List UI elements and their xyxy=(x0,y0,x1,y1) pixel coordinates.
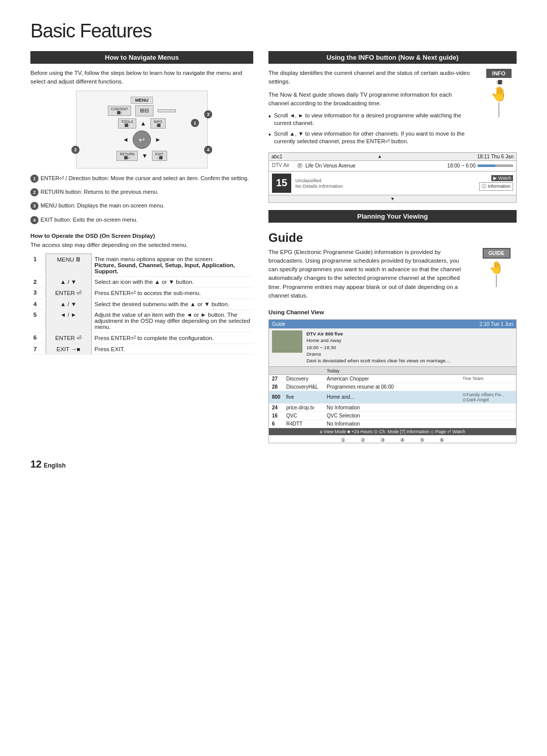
exit-btn: EXIT→⬛ xyxy=(152,151,167,161)
down-arrow: ▼ xyxy=(142,152,148,159)
cv-name-qvc: QVC xyxy=(286,413,327,418)
guide-intro-text: The EPG (Electronic Programme Guide) inf… xyxy=(268,248,468,305)
cv-cols-today: Today xyxy=(327,368,513,373)
osd-heading: How to Operate the OSD (On Screen Displa… xyxy=(30,233,253,239)
cv-prog-800: Home and... xyxy=(327,394,462,400)
cv-name-discoveryhfl: DiscoveryH&L xyxy=(286,384,327,390)
dtv-prog-name: Life On Venus Avenue xyxy=(305,163,356,169)
cv-ch-16: 16 xyxy=(272,413,286,418)
cv-name-discovery: Discovery xyxy=(286,376,327,382)
osd-key-2: ▲ / ▼ xyxy=(46,276,91,287)
info-text-block: The display identifies the current chann… xyxy=(268,69,473,148)
osd-row-3: 3 ENTER ⏎ Press ENTER⏎ to access the sub… xyxy=(30,287,253,299)
osd-num-6: 6 xyxy=(30,332,46,344)
annot-3: 3 xyxy=(204,110,212,118)
cv-data-row-4: 24 price-drop.tv No Information xyxy=(269,404,516,412)
page-number: 12 xyxy=(30,458,42,470)
info-bullets: • Scroll ◄, ► to view information for a … xyxy=(268,112,473,146)
page-footer: 12 English xyxy=(30,458,517,470)
mini-guide-detail-row: 15 Unclassified No Details Information ▶… xyxy=(269,172,516,195)
page-title: Basic Features xyxy=(30,20,517,42)
channel-view-heading: Using Channel View xyxy=(268,309,517,315)
guide-section: Guide The EPG (Electronic Programme Guid… xyxy=(268,231,517,443)
cv-data-row-3: 800 five Home and... ⊙Family Affairs Fiv… xyxy=(269,391,516,404)
cv-prog-24: No Information xyxy=(327,405,462,410)
guide-content-row: The EPG (Electronic Programme Guide) inf… xyxy=(268,248,517,305)
cv-bottom-1: ① xyxy=(341,437,345,443)
planning-section: Planning Your Viewing xyxy=(268,210,517,223)
cv-preview-genre: Drama xyxy=(306,351,451,357)
cv-bottom-3: ③ xyxy=(380,437,385,443)
osd-num-4: 4 xyxy=(30,299,46,309)
enter-btn-diagram: ↩ xyxy=(133,131,151,149)
osd-desc-1: The main menu options appear on the scre… xyxy=(91,254,253,277)
annotations-list: 1 ENTER⏎ / Direction button: Move the cu… xyxy=(30,175,253,228)
info-bullet-2: Scroll ▲, ▼ to view information for othe… xyxy=(274,130,473,146)
osd-row-2: 2 ▲ / ▼ Select an icon with the ▲ or ▼ b… xyxy=(30,276,253,287)
osd-num-2: 2 xyxy=(30,276,46,287)
annot-4-circle: 4 xyxy=(30,216,38,224)
mini-guide-triangle: ▲ xyxy=(377,154,382,159)
osd-key-4: ▲ / ▼ xyxy=(46,299,91,309)
cv-preview-info: DTV Air 800 five Home and Away 18:00 ~ 1… xyxy=(306,330,451,364)
info-section-header: Using the INFO button (Now & Next guide) xyxy=(268,51,517,64)
guide-btn-box: GUIDE xyxy=(483,248,511,259)
info-btn-box: INFO xyxy=(486,69,512,78)
osd-row-6: 6 ENTER ⏎ Press ENTER⏎ to complete the c… xyxy=(30,332,253,344)
osd-desc-6: Press ENTER⏎ to complete the configurati… xyxy=(91,332,253,344)
cv-cols-header: Today xyxy=(269,367,516,375)
cv-name-r4dtt: R4DTT xyxy=(286,421,327,427)
right-column: Using the INFO button (Now & Next guide)… xyxy=(268,51,517,443)
content-btn: CONTENT⬛↑ xyxy=(108,106,131,116)
guide-hand-icon: 🤚 xyxy=(489,261,504,275)
cv-ch-27: 27 xyxy=(272,376,286,382)
info-remote-subtext: ↑⬛ xyxy=(495,80,502,85)
ch-detail-1: Unclassified xyxy=(295,178,475,183)
nav-section-header: How to Navigate Menus xyxy=(30,51,253,64)
info-btn-diagram: INFO↑⬛ xyxy=(150,118,166,129)
info-content-row: The display identifies the current chann… xyxy=(268,69,517,148)
osd-key-1: MENU Ⅲ xyxy=(46,254,91,277)
osd-table: 1 MENU Ⅲ The main menu options appear on… xyxy=(30,254,253,355)
cv-ch-28: 28 xyxy=(272,384,286,390)
information-button[interactable]: ⓘ Information xyxy=(479,182,513,191)
annot-2-circle: 2 xyxy=(30,188,38,196)
osd-key-7: EXIT →■ xyxy=(46,344,91,354)
info-hand-icon: 🤚 xyxy=(490,86,508,102)
watch-button[interactable]: ▶ Watch xyxy=(491,175,513,181)
osd-key-6: ENTER ⏎ xyxy=(46,332,91,344)
osd-key-3: ENTER ⏎ xyxy=(46,287,91,299)
osd-row-5: 5 ◄ / ► Adjust the value of an item with… xyxy=(30,309,253,332)
cv-data-row-6: 6 R4DTT No Information xyxy=(269,420,516,428)
menu-btn-label: MENU xyxy=(131,97,153,104)
mini-guide-dtv-ch: DTV Air xyxy=(269,161,294,171)
osd-key-5: ◄ / ► xyxy=(46,309,91,332)
cv-header: Guide 2:10 Tue 1 Jun xyxy=(269,320,516,328)
info-connector-line xyxy=(498,102,499,117)
cv-ch-800: 800 xyxy=(272,394,286,400)
info-remote-image: INFO ↑⬛ 🤚 xyxy=(481,69,517,148)
cv-prog-27: American Chopper xyxy=(327,376,462,382)
annot-2: 2 xyxy=(71,146,80,154)
osd-intro: The access step may differ depending on … xyxy=(30,241,253,249)
cv-name-five: five xyxy=(286,394,327,400)
annot-3-circle: 3 xyxy=(30,202,38,210)
bullet-2-dot: • xyxy=(268,131,271,138)
osd-row-1: 1 MENU Ⅲ The main menu options appear on… xyxy=(30,254,253,277)
mini-guide-dtv-time-row: 18:00 ~ 6:00 xyxy=(444,161,516,171)
mini-guide: abc1 ▲ 18:11 Thu 6 Jan DTV Air ⓟ Life On… xyxy=(268,152,517,203)
nav-intro: Before using the TV, follow the steps be… xyxy=(30,69,253,87)
osd-num-3: 3 xyxy=(30,287,46,299)
cv-header-right: 2:10 Tue 1 Jun xyxy=(480,321,513,327)
cv-prog-28: Programmes resume at 06:00 xyxy=(327,384,462,390)
guide-title: Guide xyxy=(268,231,517,245)
menu-icon-btn: ⊞⊟ xyxy=(135,105,153,116)
ch-num-big: 15 xyxy=(272,174,291,193)
osd-num-1: 1 xyxy=(30,254,46,277)
osd-num-7: 7 xyxy=(30,344,46,354)
cv-cols-name xyxy=(286,368,327,373)
cv-ch-24: 24 xyxy=(272,405,286,410)
up-arrow: ▲ xyxy=(140,120,146,127)
mini-guide-channel: abc1 xyxy=(271,154,283,159)
guide-connector xyxy=(496,275,497,287)
